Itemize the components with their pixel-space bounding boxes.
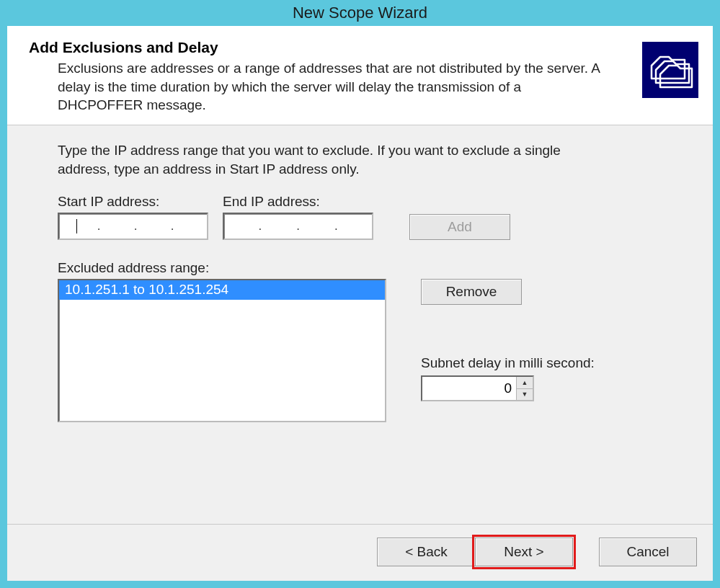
wizard-window: New Scope Wizard Add Exclusions and Dela… (0, 0, 720, 588)
start-ip-label: Start IP address: (58, 194, 208, 210)
excluded-section: Excluded address range: 10.1.251.1 to 10… (58, 260, 677, 422)
end-ip-group: End IP address: ... (223, 194, 373, 240)
remove-button[interactable]: Remove (421, 279, 522, 305)
wizard-header: Add Exclusions and Delay Exclusions are … (7, 26, 713, 125)
ip-address-row: Start IP address: ... End IP address: ..… (58, 194, 677, 240)
wizard-footer: < Back Next > Cancel (7, 524, 713, 581)
nav-buttons: < Back Next > (377, 538, 573, 566)
intro-text: Type the IP address range that you want … (58, 141, 613, 178)
end-ip-input[interactable]: ... (223, 213, 373, 240)
add-button[interactable]: Add (409, 214, 510, 240)
excluded-label: Excluded address range: (58, 260, 677, 276)
excluded-side-column: Remove Subnet delay in milli second: ▲ ▼ (421, 279, 595, 401)
end-ip-label: End IP address: (223, 194, 373, 210)
subnet-delay-input[interactable] (422, 377, 516, 400)
excluded-range-list[interactable]: 10.1.251.1 to 10.1.251.254 (58, 279, 386, 422)
spinner-down-icon[interactable]: ▼ (517, 389, 533, 401)
start-ip-input[interactable]: ... (58, 213, 208, 240)
spinner-up-icon[interactable]: ▲ (517, 377, 533, 389)
delay-block: Subnet delay in milli second: ▲ ▼ (421, 355, 595, 401)
next-button[interactable]: Next > (475, 538, 573, 566)
list-item[interactable]: 10.1.251.1 to 10.1.251.254 (59, 280, 385, 300)
page-title: Add Exclusions and Delay (29, 39, 635, 56)
window-title: New Scope Wizard (293, 4, 427, 22)
start-ip-group: Start IP address: ... (58, 194, 208, 240)
subnet-delay-spinner[interactable]: ▲ ▼ (421, 375, 534, 401)
cancel-button[interactable]: Cancel (599, 538, 697, 566)
header-text: Add Exclusions and Delay Exclusions are … (29, 39, 642, 115)
page-description: Exclusions are addresses or a range of a… (58, 59, 605, 115)
back-button[interactable]: < Back (377, 538, 475, 566)
delay-label: Subnet delay in milli second: (421, 355, 595, 371)
wizard-body: Type the IP address range that you want … (7, 125, 713, 524)
titlebar: New Scope Wizard (0, 0, 720, 26)
folders-icon (642, 42, 698, 98)
spinner-arrows: ▲ ▼ (516, 377, 533, 400)
